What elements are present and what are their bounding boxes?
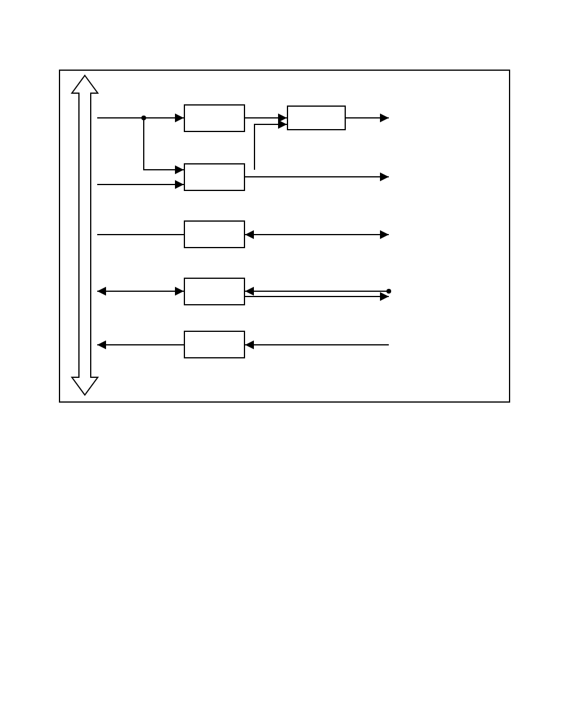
block-3 [184, 163, 245, 191]
page [0, 0, 562, 728]
block-1 [184, 104, 245, 132]
block-6 [184, 331, 245, 358]
block-2 [287, 106, 346, 130]
block-5 [184, 278, 245, 305]
diagram-svg [0, 0, 562, 728]
double-outline-arrow [72, 75, 98, 395]
svg-point-10 [386, 289, 391, 294]
block-4 [184, 220, 245, 248]
